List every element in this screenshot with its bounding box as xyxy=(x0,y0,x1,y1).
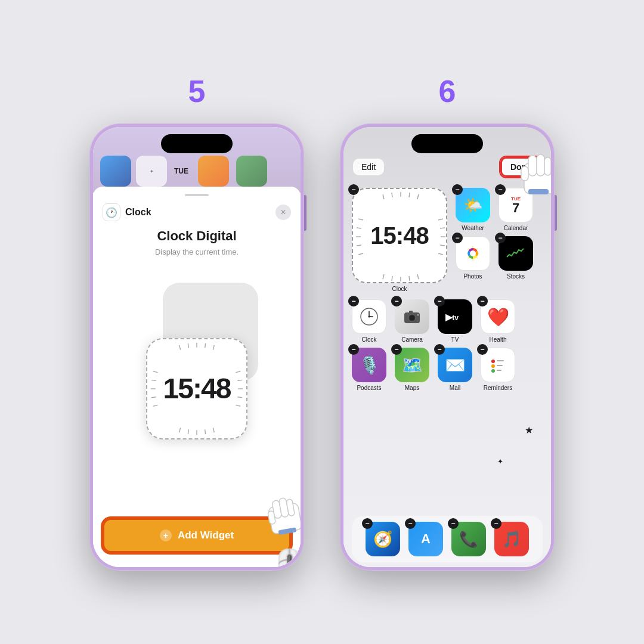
app-item-safari: − 🧭 xyxy=(366,522,400,556)
remove-badge-phone-app[interactable]: − xyxy=(448,518,459,529)
svg-point-47 xyxy=(470,250,476,256)
hand-cursor-6 xyxy=(515,150,551,206)
main-container: 5 ✦ TUE xyxy=(66,49,578,595)
tv-label: TV xyxy=(451,336,459,343)
svg-line-43 xyxy=(438,219,443,220)
svg-line-27 xyxy=(409,193,410,197)
sheet-app-name: Clock xyxy=(125,207,151,218)
step-5-number: 5 xyxy=(188,73,206,109)
phone-remove-wrap: − 📞 xyxy=(451,522,486,556)
svg-rect-68 xyxy=(537,154,544,176)
home-content: − xyxy=(343,183,551,511)
podcasts-label: Podcasts xyxy=(357,385,381,391)
svg-line-3 xyxy=(188,343,188,348)
app-item-weather: − 🌤️ Weather xyxy=(456,188,490,231)
svg-line-42 xyxy=(440,228,445,228)
remove-badge-safari[interactable]: − xyxy=(362,518,373,529)
clock-widget-preview: 15:48 xyxy=(146,338,247,439)
svg-line-30 xyxy=(383,194,384,199)
app-item-music: − 🎵 xyxy=(494,522,529,556)
weather-remove-wrap: − 🌤️ xyxy=(456,188,490,222)
svg-line-18 xyxy=(237,397,242,397)
app-item-maps: − 🗺️ Maps xyxy=(395,348,429,391)
maps-label: Maps xyxy=(405,385,419,391)
svg-line-29 xyxy=(392,193,392,197)
mail-remove-wrap: − ✉️ xyxy=(438,348,472,382)
svg-line-16 xyxy=(237,380,242,380)
step-6-number: 6 xyxy=(439,73,456,109)
mail-label: Mail xyxy=(450,385,460,391)
svg-line-9 xyxy=(179,428,181,432)
svg-rect-69 xyxy=(544,157,551,175)
stocks-remove-wrap: − xyxy=(499,236,533,271)
sheet-title-row: 🕐 Clock xyxy=(103,203,151,221)
remove-badge-mail[interactable]: − xyxy=(434,344,445,355)
dock: − 🧭 − A xyxy=(352,516,543,562)
svg-point-63 xyxy=(491,369,495,373)
photos-stocks-row: − xyxy=(456,236,533,280)
svg-line-34 xyxy=(392,276,392,281)
tv-remove-wrap: − ▶ tv xyxy=(438,299,472,334)
camera-label: Camera xyxy=(401,336,423,343)
app-item-clock: − xyxy=(352,299,386,343)
app-item-reminders: − xyxy=(481,348,515,391)
app-item-mail: − ✉️ Mail xyxy=(438,348,472,391)
remove-badge-stocks[interactable]: − xyxy=(495,233,506,243)
remove-badge-tv[interactable]: − xyxy=(434,296,445,306)
svg-line-35 xyxy=(383,274,384,279)
step-5: 5 ✦ TUE xyxy=(89,73,304,571)
close-button[interactable]: ✕ xyxy=(275,205,291,220)
app-item-photos: − xyxy=(456,236,490,280)
remove-badge-podcasts[interactable]: − xyxy=(348,344,359,355)
photos-remove-wrap: − xyxy=(456,236,490,271)
app-item-stocks: − Stocks xyxy=(499,236,533,280)
app-row-2: − xyxy=(352,299,543,343)
remove-badge-appstore[interactable]: − xyxy=(405,518,416,529)
photos-label: Photos xyxy=(463,273,482,280)
svg-line-14 xyxy=(153,405,158,406)
app-item-phone: − 📞 xyxy=(451,522,486,556)
stocks-label: Stocks xyxy=(507,273,525,280)
sparkle-cross: ✦ xyxy=(497,457,503,466)
svg-rect-55 xyxy=(409,311,413,313)
svg-point-56 xyxy=(417,314,419,316)
weather-label: Weather xyxy=(462,225,484,231)
remove-badge-calendar[interactable]: − xyxy=(495,184,506,195)
remove-badge-music[interactable]: − xyxy=(491,518,501,529)
health-remove-wrap: − ❤️ xyxy=(481,299,515,334)
remove-badge-maps[interactable]: − xyxy=(391,344,402,355)
sheet-header: 🕐 Clock ✕ xyxy=(103,203,291,221)
remove-badge-photos[interactable]: − xyxy=(452,233,463,243)
svg-line-40 xyxy=(358,253,363,255)
remove-badge-clock[interactable]: − xyxy=(348,184,359,195)
tue-label: TUE xyxy=(172,167,188,175)
app-row-3: − 🎙️ Podcasts − xyxy=(352,348,543,391)
add-widget-button[interactable]: Add Widget xyxy=(103,518,291,553)
svg-point-59 xyxy=(491,360,495,363)
phone-5-inner: ✦ TUE 🕐 Clock xyxy=(93,127,301,567)
camera-remove-wrap: − xyxy=(395,299,429,334)
clock-app-label: Clock xyxy=(361,336,376,343)
remove-badge-weather[interactable]: − xyxy=(452,184,463,195)
edit-button[interactable]: Edit xyxy=(353,159,384,175)
clock-widget-label: Clock xyxy=(352,286,447,292)
app-item-appstore: − A xyxy=(408,522,443,556)
svg-line-44 xyxy=(440,245,445,246)
phone-6: Edit Done − xyxy=(340,123,555,571)
appstore-remove-wrap: − A xyxy=(408,522,443,556)
remove-badge-health[interactable]: − xyxy=(477,296,488,306)
reminders-remove-wrap: − xyxy=(481,348,515,382)
remove-badge-camera[interactable]: − xyxy=(391,296,402,306)
svg-rect-64 xyxy=(497,370,501,371)
svg-line-8 xyxy=(188,429,188,434)
svg-line-39 xyxy=(357,245,361,246)
remove-badge-reminders[interactable]: − xyxy=(477,344,488,355)
svg-line-2 xyxy=(213,345,214,349)
svg-line-1 xyxy=(205,343,206,348)
svg-point-51 xyxy=(369,316,370,318)
remove-badge-clock-app[interactable]: − xyxy=(348,296,359,306)
svg-rect-71 xyxy=(528,189,549,194)
svg-line-38 xyxy=(358,219,363,220)
sheet-handle xyxy=(185,194,209,196)
svg-line-28 xyxy=(417,194,419,199)
